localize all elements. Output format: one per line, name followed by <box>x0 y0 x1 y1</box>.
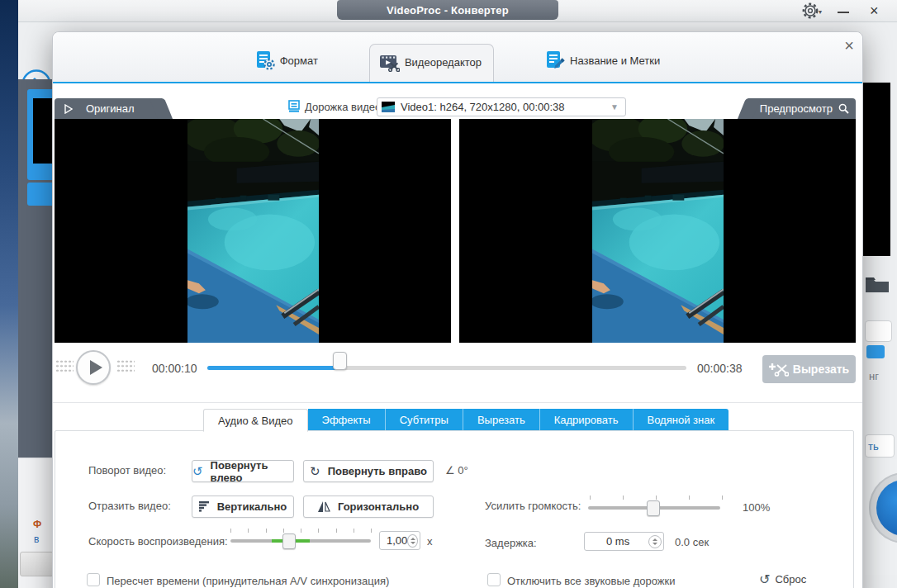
frame-step-back-grid[interactable] <box>55 359 74 373</box>
preview-label: Предпросмотр <box>760 102 833 115</box>
reset-icon: ↺ <box>759 574 770 586</box>
bg-text-fragment: нг <box>869 370 879 382</box>
audio-video-panel: Поворот видео: ↺ Повернуть влево ↻ Повер… <box>55 430 854 588</box>
tab-subtitles[interactable]: Субтитры <box>386 409 463 431</box>
video-track-icon <box>288 100 300 112</box>
spinner-up-icon[interactable] <box>653 538 657 541</box>
tab-label: Водяной знак <box>648 414 715 426</box>
seek-handle[interactable] <box>333 352 347 370</box>
format-icon <box>255 50 275 70</box>
tab-name-tags-label: Название и Метки <box>570 55 660 67</box>
speed-slider-ticks <box>230 529 373 533</box>
cut-button[interactable]: Вырезать <box>762 355 856 383</box>
tab-format-label: Формат <box>280 55 318 67</box>
name-tags-icon <box>545 50 565 70</box>
flip-horizontal-label: Горизонтально <box>338 500 419 513</box>
spinner-down-icon[interactable] <box>411 542 415 544</box>
time-recalc-label: Пересчет времени (принудительная A/V син… <box>107 575 389 587</box>
video-track-dropdown[interactable]: Video1: h264, 720x1280, 00:00:38 ▼ <box>377 97 626 116</box>
bg-partial-button <box>20 552 54 576</box>
minimize-button[interactable] <box>838 12 849 13</box>
tab-label: Эффекты <box>322 414 371 426</box>
rotate-left-icon: ↺ <box>192 464 203 479</box>
delay-input[interactable]: 0 ms <box>584 532 664 551</box>
folder-icon[interactable] <box>864 274 890 294</box>
bg-text-fragment: Ф <box>33 519 41 530</box>
delay-value: 0 ms <box>606 535 629 548</box>
original-video-content <box>187 119 319 343</box>
speed-spinner[interactable] <box>407 534 418 548</box>
bg-text-fragment: в <box>34 533 39 545</box>
desktop-wallpaper-left <box>0 0 18 588</box>
bg-text-fragment: ть <box>868 440 879 453</box>
seek-bar[interactable] <box>207 366 686 370</box>
speed-value-input[interactable]: 1,00 <box>379 531 420 550</box>
rotate-label: Поворот видео: <box>88 464 166 477</box>
volume-slider-handle[interactable] <box>647 500 660 516</box>
seek-progress <box>207 366 339 370</box>
speed-slider-handle[interactable] <box>282 533 296 549</box>
preview-video-frame <box>459 119 856 343</box>
tab-crop[interactable]: Кадрировать <box>540 409 634 431</box>
preview-zoom-tab[interactable]: Предпросмотр <box>748 98 856 119</box>
tab-label: Вырезать <box>477 414 525 426</box>
add-scissors-icon <box>769 363 789 377</box>
tab-label: Субтитры <box>400 414 448 426</box>
rotation-angle-value: ∠ 0° <box>445 464 468 477</box>
window-title-text: VideoProc - Конвертер <box>387 4 509 17</box>
original-label: Оригинал <box>86 102 135 115</box>
flip-vertical-button[interactable]: Вертикально <box>192 496 294 518</box>
frame-step-forward-grid[interactable] <box>116 359 135 373</box>
spinner-down-icon[interactable] <box>653 543 657 545</box>
flip-vertical-label: Вертикально <box>217 500 287 513</box>
bg-partial-button <box>865 320 892 342</box>
separator <box>53 402 862 403</box>
video-thumbnail-label <box>27 183 52 206</box>
reset-button[interactable]: ↺ Сброс <box>759 573 806 586</box>
tab-watermark[interactable]: Водяной знак <box>634 409 729 431</box>
play-button[interactable] <box>76 350 111 385</box>
tab-effects[interactable]: Эффекты <box>308 409 386 431</box>
total-time: 00:00:38 <box>697 362 743 375</box>
tab-audio-video[interactable]: Аудио & Видео <box>203 409 308 432</box>
tab-video-editor-label: Видеоредактор <box>405 56 482 69</box>
reset-label: Сброс <box>775 573 806 586</box>
tab-name-tags[interactable]: Название и Метки <box>542 50 663 82</box>
dropdown-arrow-icon: ▼ <box>610 102 619 111</box>
volume-label: Усилить громкость: <box>485 500 581 512</box>
rotate-left-label: Повернуть влево <box>211 459 293 484</box>
rotate-left-button[interactable]: ↺ Повернуть влево <box>192 460 294 482</box>
bg-partial-button: ть <box>865 434 895 458</box>
window-close-button[interactable]: × <box>870 1 879 21</box>
settings-gear-icon[interactable] <box>801 2 819 20</box>
dialog-tab-strip: Формат Видеоредактор <box>53 32 862 82</box>
tab-label: Аудио & Видео <box>218 415 293 427</box>
bg-partial-toggle <box>866 345 885 358</box>
disable-audio-checkbox[interactable] <box>487 573 501 586</box>
original-preview-tab[interactable]: Оригинал <box>55 98 162 119</box>
magnifier-icon <box>838 103 849 114</box>
delay-spinner[interactable] <box>648 535 662 548</box>
settings-caret-icon[interactable]: ▾ <box>819 8 822 16</box>
flip-label: Отразить видео: <box>88 500 171 512</box>
speed-slider[interactable] <box>230 539 371 543</box>
volume-slider[interactable] <box>588 506 720 510</box>
flip-horizontal-button[interactable]: Горизонтально <box>303 496 434 518</box>
window-title: VideoProc - Конвертер <box>337 0 558 20</box>
video-track-label: Дорожка видео: <box>305 101 384 113</box>
tab-video-editor[interactable]: Видеоредактор <box>369 44 494 82</box>
time-recalc-checkbox[interactable] <box>87 573 100 586</box>
tab-format[interactable]: Формат <box>252 50 321 82</box>
rotate-right-button[interactable]: ↻ Повернуть вправо <box>303 460 434 482</box>
disable-audio-label: Отключить все звуковые дорожки <box>507 575 675 587</box>
play-outline-icon <box>64 104 73 114</box>
screen: VideoProc - Конвертер ▾ × Ф в нг ть × <box>0 0 897 588</box>
spinner-up-icon[interactable] <box>411 538 415 540</box>
volume-value: 100% <box>743 501 770 514</box>
speed-label: Скорость воспроизведения: <box>88 535 228 548</box>
tab-cut[interactable]: Вырезать <box>463 409 540 431</box>
delay-seconds: 0.0 сек <box>675 536 709 548</box>
video-thumbnail-image <box>33 98 52 164</box>
editor-tab-strip: Аудио & Видео Эффекты Субтитры Вырезать … <box>203 409 729 431</box>
play-icon <box>90 360 102 375</box>
